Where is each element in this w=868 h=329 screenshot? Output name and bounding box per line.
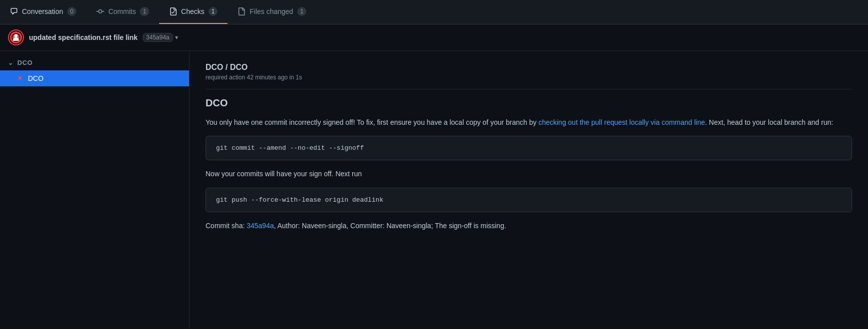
- check-header: DCO / DCO required action 42 minutes ago…: [206, 63, 852, 81]
- tab-files-changed-label: Files changed: [249, 7, 293, 15]
- sidebar-group-dco: ⌄ DCO ✕ DCO: [0, 55, 189, 86]
- sidebar-item-label: DCO: [28, 74, 43, 82]
- code-block-1: git commit --amend --no-edit --signoff: [206, 136, 852, 160]
- sidebar-group-header[interactable]: ⌄ DCO: [0, 55, 189, 70]
- commit-info: Commit sha: 345a94a, Author: Naveen-sing…: [206, 220, 852, 231]
- file-icon: [237, 7, 245, 15]
- tab-checks-label: Checks: [181, 7, 205, 15]
- code-block-2: git push --force-with-lease origin deadl…: [206, 188, 852, 212]
- check-description-2: Now your commits will have your sign off…: [206, 168, 852, 179]
- tab-conversation-badge: 0: [67, 7, 77, 16]
- commit-info-prefix: Commit sha:: [206, 222, 246, 230]
- tab-files-changed[interactable]: Files changed 1: [227, 0, 316, 24]
- check-description-1: You only have one commit incorrectly sig…: [206, 117, 852, 128]
- comment-icon: [10, 7, 18, 15]
- x-icon: ✕: [16, 74, 24, 82]
- sidebar-item-dco[interactable]: ✕ DCO: [0, 70, 189, 86]
- tab-commits-badge: 1: [140, 7, 149, 16]
- tab-conversation-label: Conversation: [22, 7, 63, 15]
- tab-checks[interactable]: Checks 1: [159, 0, 227, 24]
- commit-info-suffix: , Author: Naveen-singla, Committer: Nave…: [274, 222, 506, 230]
- commit-bar: updated specification.rst file link 345a…: [0, 24, 868, 51]
- tab-commits-label: Commits: [108, 7, 136, 15]
- check-divider: [206, 89, 852, 89]
- check-path: DCO / DCO: [206, 63, 852, 72]
- chevron-down-icon: ⌄: [8, 59, 13, 66]
- tab-bar: Conversation 0 Commits 1 Checks 1 Files …: [0, 0, 868, 24]
- checking-out-link[interactable]: checking out the pull request locally vi…: [538, 118, 705, 126]
- commit-sha: 345a94a: [143, 33, 173, 42]
- tab-checks-badge: 1: [209, 7, 218, 16]
- sidebar-group-label: DCO: [17, 59, 33, 66]
- chevron-down-icon: ▾: [175, 34, 178, 41]
- right-panel: DCO / DCO required action 42 minutes ago…: [190, 51, 868, 329]
- sidebar: ⌄ DCO ✕ DCO: [0, 51, 190, 329]
- tab-files-changed-badge: 1: [297, 7, 307, 16]
- commit-icon: [96, 7, 104, 15]
- main-content: ⌄ DCO ✕ DCO DCO / DCO required action 42…: [0, 51, 868, 329]
- check-section-title: DCO: [206, 97, 852, 109]
- description-text-1: You only have one commit incorrectly sig…: [206, 118, 538, 126]
- commit-sha-link[interactable]: 345a94a: [246, 222, 274, 230]
- checks-icon: [169, 7, 177, 15]
- commit-title: updated specification.rst file link: [29, 33, 138, 41]
- avatar: [8, 29, 24, 45]
- tab-commits[interactable]: Commits 1: [86, 0, 159, 24]
- commit-sha-dropdown[interactable]: 345a94a ▾: [143, 33, 178, 42]
- tab-conversation[interactable]: Conversation 0: [0, 0, 86, 24]
- check-meta: required action 42 minutes ago in 1s: [206, 74, 852, 81]
- description-text-2: . Next, head to your local branch and ru…: [705, 118, 833, 126]
